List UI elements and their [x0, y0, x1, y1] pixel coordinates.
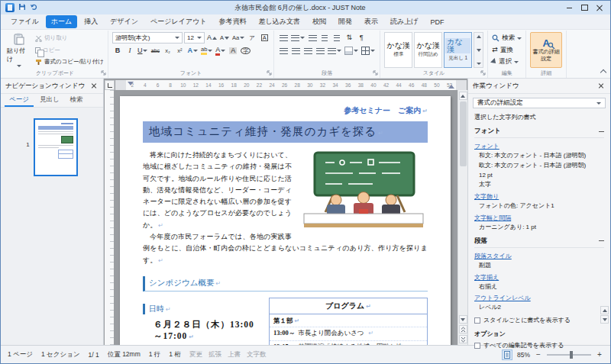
- document-page[interactable]: 参考セミナー ご案内 地域コミュニティ維持・発展のカギを探る: [120, 96, 451, 345]
- borders-icon[interactable]: [360, 45, 376, 56]
- clipboard-dialog-launcher[interactable]: [101, 69, 106, 77]
- style-gallery-item[interactable]: かな漢 行間詰め: [414, 32, 442, 68]
- navigation-tab[interactable]: 見出し: [35, 94, 64, 107]
- page-thumbnail[interactable]: [34, 118, 78, 176]
- shrink-font-button[interactable]: A: [219, 32, 230, 43]
- line-spacing-icon[interactable]: [327, 45, 342, 56]
- print-layout-view-icon[interactable]: [502, 350, 512, 360]
- zoom-out-button[interactable]: −: [535, 350, 542, 359]
- ribbon-tab[interactable]: ファイル: [5, 15, 44, 28]
- scroll-up-icon[interactable]: [459, 92, 467, 100]
- ribbon-tab[interactable]: PDF: [425, 17, 449, 27]
- ribbon-tab[interactable]: 差し込み文書: [254, 15, 306, 28]
- collapse-ribbon-icon[interactable]: [600, 69, 606, 76]
- status-position[interactable]: 位置 12mm: [108, 350, 141, 359]
- styles-more-icon[interactable]: [477, 63, 481, 65]
- increase-indent-icon[interactable]: [331, 32, 342, 43]
- copy-button[interactable]: コピー: [35, 46, 104, 55]
- style-gallery-item[interactable]: かな漢 標準: [384, 32, 412, 68]
- paste-button[interactable]: 貼り付け: [6, 32, 32, 68]
- ruby-button[interactable]: ア: [247, 32, 257, 43]
- style-gallery-item[interactable]: カな漢 見出し 1: [444, 32, 472, 68]
- text-decoration-link[interactable]: 文字飾り: [474, 192, 604, 201]
- section-heading[interactable]: シンポジウム概要: [143, 276, 428, 292]
- ribbon-tab[interactable]: 開発: [333, 15, 357, 28]
- decrease-indent-icon[interactable]: [319, 32, 330, 43]
- zoom-percentage[interactable]: 85%: [517, 351, 530, 359]
- highlight-button[interactable]: ab: [200, 45, 213, 56]
- char-shading-button[interactable]: A: [228, 45, 238, 56]
- sort-icon[interactable]: ⇅: [344, 32, 354, 43]
- ribbon-tab[interactable]: ページレイアウト: [145, 15, 212, 28]
- undo-button[interactable]: [30, 4, 38, 12]
- close-button[interactable]: [593, 2, 607, 14]
- superscript-button[interactable]: x²: [174, 45, 185, 56]
- navigation-close-icon[interactable]: [90, 82, 99, 90]
- vertical-ruler[interactable]: [105, 90, 114, 345]
- indent-marker-right[interactable]: [448, 85, 454, 89]
- italic-button[interactable]: I: [124, 45, 135, 56]
- paste-dropdown-caret[interactable]: [17, 65, 21, 67]
- collapse-section-icon[interactable]: [599, 131, 604, 132]
- spacing-link[interactable]: 文字幅と間隔: [474, 214, 604, 222]
- zoom-in-button[interactable]: +: [596, 350, 603, 359]
- outline-level-link[interactable]: アウトラインレベル: [474, 294, 604, 302]
- show-style-format-checkbox[interactable]: [474, 317, 480, 324]
- font-link[interactable]: フォント: [474, 142, 604, 150]
- font-dialog-launcher[interactable]: [267, 69, 272, 77]
- ribbon-tab[interactable]: 読み上げ: [385, 15, 423, 28]
- change-case-button[interactable]: Aa: [231, 32, 245, 43]
- sub-heading-datetime[interactable]: 日時: [143, 304, 263, 314]
- replace-button[interactable]: ⇄ 置換: [492, 46, 522, 55]
- format-painter-button[interactable]: 書式のコピー/貼り付け: [35, 57, 104, 66]
- event-datetime[interactable]: ６月２８日（木）13:00～17:00: [154, 319, 263, 342]
- strikethrough-button[interactable]: abc: [150, 45, 160, 56]
- format-detail-button[interactable]: A 書式の詳細設定: [530, 32, 562, 68]
- status-page-of[interactable]: 1/ 1: [89, 351, 99, 359]
- status-page-count[interactable]: 1 ページ: [8, 350, 33, 359]
- justify-icon[interactable]: [315, 45, 325, 56]
- multilevel-list-icon[interactable]: [307, 32, 318, 43]
- alignment-link[interactable]: 文字揃え: [474, 273, 604, 282]
- zoom-slider[interactable]: [547, 354, 591, 356]
- pane-scroll-up-icon[interactable]: [600, 306, 609, 314]
- ribbon-tab[interactable]: 挿入: [79, 15, 103, 28]
- document-vertical-scrollbar[interactable]: [457, 90, 467, 345]
- ribbon-tab[interactable]: 校閲: [307, 15, 331, 28]
- scroll-down-icon[interactable]: [459, 315, 467, 324]
- collapse-section-icon[interactable]: [599, 240, 604, 241]
- enclose-character-button[interactable]: 字: [240, 45, 251, 56]
- cut-button[interactable]: 切り取り: [35, 34, 104, 43]
- ribbon-tab[interactable]: ホーム: [46, 15, 77, 28]
- ribbon-tab[interactable]: デザイン: [105, 15, 144, 28]
- ribbon-tab[interactable]: 参考資料: [214, 15, 252, 28]
- status-toggle[interactable]: 上書: [228, 350, 241, 359]
- align-right-icon[interactable]: [302, 45, 313, 56]
- styles-scroll-down-icon[interactable]: [477, 49, 481, 52]
- status-section-count[interactable]: 1 セクション: [41, 350, 80, 359]
- font-family-select[interactable]: 游明朝(本文): [112, 32, 183, 43]
- font-color-button[interactable]: A: [215, 45, 226, 56]
- pane-scroll-down-icon[interactable]: [600, 315, 609, 324]
- ribbon-tab[interactable]: 表示: [359, 15, 383, 28]
- bullets-icon[interactable]: [278, 32, 289, 43]
- task-pane-close-icon[interactable]: [597, 82, 606, 90]
- navigation-tab[interactable]: 検索: [66, 94, 88, 107]
- navigation-tab[interactable]: ページ: [5, 94, 34, 107]
- status-toggle[interactable]: 変更: [189, 350, 202, 359]
- scrollbar-thumb[interactable]: [460, 101, 467, 166]
- find-button[interactable]: 検索: [492, 34, 522, 43]
- styles-scroll-up-icon[interactable]: [477, 35, 481, 38]
- font-size-select[interactable]: 12: [184, 32, 205, 43]
- document-title[interactable]: 地域コミュニティ維持・発展のカギを探る: [143, 121, 428, 143]
- minimize-button[interactable]: [562, 2, 577, 14]
- paragraph-style-link[interactable]: 段落スタイル: [474, 252, 604, 260]
- show-all-marks-checkbox[interactable]: [474, 343, 480, 349]
- text-effects-button[interactable]: A: [186, 45, 199, 56]
- grow-font-button[interactable]: A: [206, 32, 218, 43]
- subscript-button[interactable]: x₂: [162, 45, 173, 56]
- underline-button[interactable]: U: [137, 45, 149, 56]
- body-paragraph[interactable]: 今年度の市民フォーラムでは、各地の実践事例をもとに、自治体・町内会の枠にとどまら…: [143, 231, 428, 266]
- paragraph-mark-icon[interactable]: ¶: [356, 32, 367, 43]
- paragraph-section-header[interactable]: 段落: [474, 237, 604, 248]
